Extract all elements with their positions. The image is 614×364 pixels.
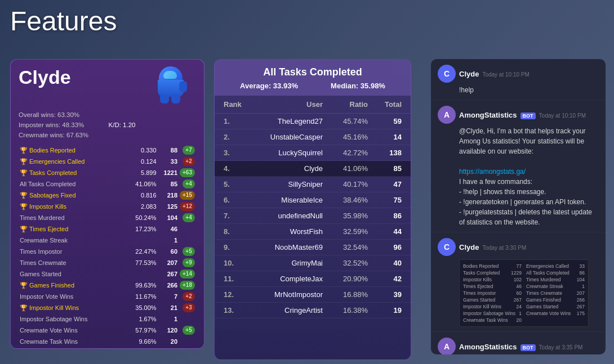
leaderboard-card: All Tasks Completed Average: 33.93% Medi… [214, 59, 411, 360]
rank-cell: 4. [224, 164, 252, 173]
stats-image: Bodies Reported77Emergencies Called33Tas… [459, 259, 589, 327]
table-row: Games Started267+14 [19, 268, 196, 280]
ratio-cell: 45.74% [323, 117, 368, 125]
chat-message: CClydeToday at 3:30 PMBodies Reported77E… [431, 232, 606, 332]
leaderboard-header: All Tasks Completed Average: 33.93% Medi… [215, 60, 411, 96]
trophy-icon: 🏆 [20, 203, 28, 210]
ratio-cell: 16.88% [323, 290, 368, 299]
list-item: 11.CompleteJax20.90%42 [215, 271, 411, 287]
chat-timestamp: Today at 10:10 PM [539, 113, 586, 119]
chat-timestamp: Today at 3:35 PM [539, 344, 583, 350]
stat-badge: +63 [180, 168, 195, 177]
table-row: Crewmate Task Wins9.66%20 [19, 336, 196, 347]
stat-badge-cell [179, 336, 196, 347]
chat-text-line: - !purgelateststats | deletes the latest… [459, 207, 599, 227]
trophy-icon: 🏆 [20, 158, 28, 165]
stat-badge-cell: +2 [179, 291, 196, 302]
stat-badge-cell [179, 223, 196, 235]
user-cell: CringeArtist [252, 306, 323, 314]
rank-cell: 2. [224, 133, 252, 141]
stat-badge: +12 [180, 202, 195, 211]
user-cell: NoobMaster69 [252, 243, 323, 251]
chat-text-line: I have a few commands: [459, 177, 599, 187]
stat-value: 22.47% [119, 246, 157, 257]
rank-cell: 9. [224, 243, 252, 251]
stat-badge: +18 [180, 281, 195, 290]
chat-body: @Clyde, Hi, I'm a bot that helps track y… [459, 126, 599, 227]
stats-img-row: Crewmate Task Wins20 [463, 317, 522, 323]
chat-username: AmongStatistics [459, 111, 517, 119]
stats-img-row: Impostor Sabotage Wins1 [463, 311, 522, 316]
stat-value: 0.124 [119, 156, 157, 167]
stat-badge-cell: +3 [179, 302, 196, 313]
chat-link[interactable]: https://amongstats.ga/ [459, 168, 526, 176]
trophy-icon: 🏆 [20, 304, 28, 311]
table-row: Impostor Sabotage Wins1.67%1 [19, 313, 196, 325]
stat-total: 60 [158, 246, 179, 257]
stat-value: 41.06% [119, 178, 157, 190]
chat-timestamp: Today at 10:10 PM [482, 71, 529, 78]
user-cell: SillySniper [252, 180, 323, 188]
avatar: A [438, 106, 456, 124]
stat-value: 9.66% [119, 336, 157, 347]
user-cell: TheLegend27 [252, 117, 323, 125]
stat-total: 85 [158, 178, 179, 190]
chat-text-line: - !help | shows this message. [459, 187, 599, 197]
user-cell: undefinedNull [252, 212, 323, 220]
stat-badge: +4 [183, 213, 195, 222]
stat-value: 77.53% [119, 257, 157, 268]
stat-badge-cell: +2 [179, 156, 196, 167]
ratio-cell: 20.90% [323, 275, 368, 283]
stat-badge-cell: +12 [179, 201, 196, 212]
player-name: Clyde [19, 66, 71, 88]
col-total: Total [368, 100, 402, 109]
chat-text-line: @Clyde, Hi, I'm a bot that helps track y… [459, 126, 599, 156]
total-cell: 42 [368, 275, 402, 283]
stat-total: 88 [158, 145, 179, 156]
list-item: 8.WorstFish32.59%44 [215, 224, 411, 240]
stat-value [119, 268, 157, 280]
user-cell: MrNotImpostor [252, 290, 323, 299]
user-cell: Clyde [252, 164, 323, 173]
stat-badge-cell: +15 [179, 190, 196, 201]
table-row: Times Murdered50.24%104+4 [19, 212, 196, 223]
table-row: 🏆Sabotages Fixed0.816218+15 [19, 190, 196, 201]
stat-value: 35.00% [119, 302, 157, 313]
stat-total: 46 [158, 223, 179, 235]
total-cell: 85 [368, 164, 402, 173]
total-cell: 59 [368, 117, 402, 125]
rank-cell: 13. [224, 306, 252, 314]
list-item: 10.GrimyMai32.52%40 [215, 255, 411, 271]
user-cell: WorstFish [252, 227, 323, 236]
stats-img-row: Impostor Kill Wins24 [463, 304, 522, 309]
rank-cell: 3. [224, 149, 252, 157]
rank-cell: 5. [224, 180, 252, 188]
stats-img-row: Games Started267 [526, 304, 585, 309]
stats-img-row: Emergencies Called33 [526, 263, 585, 269]
stat-total: 1221 [158, 167, 179, 178]
list-item: 13.CringeArtist16.38%19 [215, 303, 411, 318]
list-item: 2.UnstableCasper45.16%14 [215, 129, 411, 145]
chat-timestamp: Today at 3:30 PM [482, 245, 526, 251]
list-item: 6.MiserableIce38.46%75 [215, 192, 411, 208]
page-title: Features [10, 6, 117, 37]
stat-badge-cell: +4 [179, 212, 196, 223]
rank-cell: 8. [224, 227, 252, 236]
stat-badge-cell: +5 [179, 325, 196, 336]
stat-badge: +15 [180, 191, 195, 200]
stats-table: 🏆Bodies Reported0.33088+7🏆Emergencies Ca… [19, 145, 196, 347]
stat-value: 0.330 [119, 145, 157, 156]
ratio-cell: 42.72% [323, 149, 368, 157]
bot-badge: BOT [520, 344, 536, 351]
stat-badge: +7 [183, 146, 195, 155]
stat-value [119, 235, 157, 246]
leaderboard-title: All Tasks Completed [224, 66, 402, 78]
chat-card: CClydeToday at 10:10 PM!helpAAmongStatis… [431, 59, 606, 354]
stat-value: 17.23% [119, 223, 157, 235]
list-item: 3.LuckySquirrel42.72%138 [215, 145, 411, 161]
chat-message: AAmongStatisticsBOTToday at 10:10 PM@Cly… [431, 100, 606, 232]
user-cell: UnstableCasper [252, 133, 323, 141]
stat-badge-cell: +5 [179, 246, 196, 257]
stat-badge-cell: +9 [179, 257, 196, 268]
ratio-cell: 35.98% [323, 212, 368, 220]
